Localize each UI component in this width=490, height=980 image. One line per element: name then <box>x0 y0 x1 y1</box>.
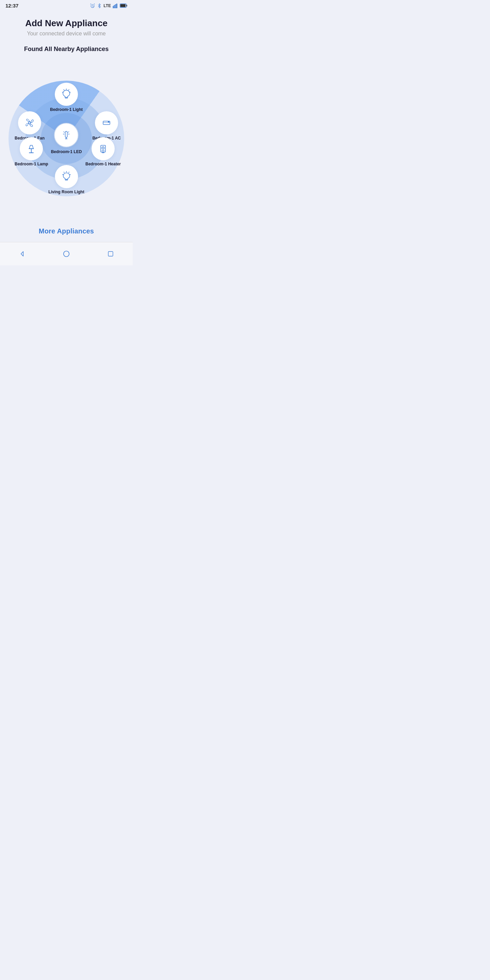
svg-point-24 <box>102 147 103 148</box>
node-circle-bedroom-ac <box>95 111 118 134</box>
node-circle-bedroom-led <box>54 123 79 147</box>
svg-marker-43 <box>21 251 24 256</box>
appliance-bedroom-fan[interactable]: Bedroom-1 Fan <box>14 111 45 140</box>
svg-line-32 <box>68 172 69 172</box>
appliance-area: Bedroom-1 Light Bedroom-1 Fan <box>0 56 133 217</box>
home-circle-icon <box>63 250 70 258</box>
node-circle-bedroom-fan <box>18 111 41 134</box>
page-subtitle: Your connected device will come <box>7 30 126 37</box>
svg-line-34 <box>64 172 64 172</box>
label-bedroom-lamp: Bedroom-1 Lamp <box>14 162 48 166</box>
node-circle-bedroom-heater <box>92 137 115 160</box>
more-appliances-area: More Appliances <box>0 217 133 242</box>
nav-recents-button[interactable] <box>104 247 118 261</box>
svg-rect-2 <box>114 5 115 8</box>
label-bedroom-led: Bedroom-1 LED <box>51 150 82 154</box>
svg-point-18 <box>108 121 109 122</box>
svg-rect-7 <box>121 4 126 7</box>
svg-rect-4 <box>116 4 117 8</box>
svg-line-40 <box>68 132 69 132</box>
signal-icon <box>113 3 118 8</box>
svg-rect-6 <box>126 5 127 6</box>
bluetooth-icon <box>97 3 102 8</box>
svg-point-23 <box>102 147 105 150</box>
battery-icon <box>120 3 127 8</box>
label-bedroom-light: Bedroom-1 Light <box>50 107 83 112</box>
recents-square-icon <box>108 251 114 257</box>
appliance-bedroom-led[interactable]: Bedroom-1 LED <box>51 123 82 154</box>
svg-rect-36 <box>65 131 67 137</box>
more-appliances-button[interactable]: More Appliances <box>39 227 94 235</box>
node-circle-livingroom-light <box>55 165 78 188</box>
svg-line-39 <box>64 132 65 132</box>
svg-rect-1 <box>113 6 113 8</box>
svg-point-44 <box>64 251 69 257</box>
header: Add New Appliance Your connected device … <box>0 10 133 40</box>
node-circle-bedroom-lamp <box>20 137 43 160</box>
label-bedroom-heater: Bedroom-1 Heater <box>86 162 121 166</box>
svg-rect-3 <box>115 5 116 8</box>
appliance-livingroom-light[interactable]: Living Room Light <box>48 165 84 194</box>
bottom-nav <box>0 242 133 266</box>
status-bar: 12:37 LTE <box>0 0 133 10</box>
svg-point-15 <box>29 122 30 124</box>
svg-line-11 <box>69 89 69 90</box>
alarm-icon <box>90 3 95 8</box>
label-livingroom-light: Living Room Light <box>48 189 84 194</box>
page-title: Add New Appliance <box>7 18 126 29</box>
status-icons: LTE <box>90 3 127 8</box>
nav-home-button[interactable] <box>60 247 73 261</box>
status-time: 12:37 <box>5 3 18 8</box>
appliance-bedroom-lamp[interactable]: Bedroom-1 Lamp <box>14 137 48 166</box>
nav-back-button[interactable] <box>15 247 29 261</box>
found-label: Found All Nearby Appliances <box>0 46 133 53</box>
appliance-bedroom-heater[interactable]: Bedroom-1 Heater <box>86 137 121 166</box>
appliance-bedroom-light[interactable]: Bedroom-1 Light <box>50 83 83 112</box>
node-circle-bedroom-light <box>55 83 78 106</box>
radar-container: Bedroom-1 Light Bedroom-1 Fan <box>8 81 124 196</box>
back-icon <box>19 250 25 257</box>
appliance-bedroom-ac[interactable]: Bedroom-1 AC <box>92 111 121 140</box>
lte-label: LTE <box>103 3 111 8</box>
svg-line-13 <box>64 89 64 90</box>
svg-rect-45 <box>108 251 113 256</box>
